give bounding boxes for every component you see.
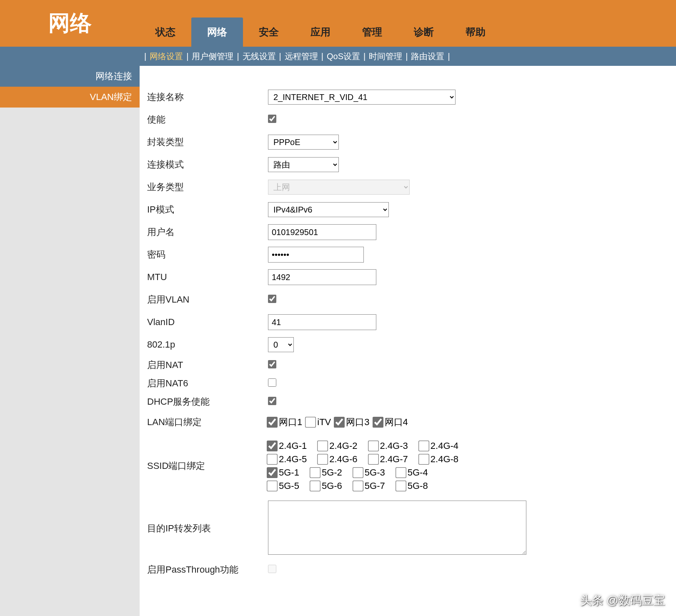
ssid-1-1[interactable]: 2.4G-6 <box>318 454 357 465</box>
lan-bind-checkbox-1[interactable] <box>305 417 316 428</box>
sub-nav-1[interactable]: 用户侧管理 <box>191 51 234 62</box>
select-encap[interactable]: PPPoE <box>268 135 339 150</box>
checkbox-enable[interactable] <box>268 115 276 123</box>
lan-bind-2[interactable]: 网口3 <box>335 416 369 428</box>
logo: 网络 <box>0 0 140 47</box>
select-ip-mode[interactable]: IPv4&IPv6 <box>268 202 389 217</box>
ssid-3-1[interactable]: 5G-6 <box>311 481 342 491</box>
checkbox-dhcp[interactable] <box>268 397 276 405</box>
checkbox-nat6[interactable] <box>268 378 276 387</box>
input-vlan-id[interactable] <box>268 314 376 330</box>
ssid-2-1[interactable]: 5G-2 <box>311 467 342 478</box>
top-tab-3[interactable]: 应用 <box>295 18 346 47</box>
ssid-2-3[interactable]: 5G-4 <box>397 467 428 478</box>
lan-bind-0[interactable]: 网口1 <box>268 416 302 428</box>
ssid-checkbox-2-0[interactable] <box>267 467 278 478</box>
label-dest-ip: 目的IP转发列表 <box>147 522 268 535</box>
sub-nav-5[interactable]: 时间管理 <box>368 51 403 62</box>
ssid-checkbox-0-3[interactable] <box>418 441 429 451</box>
sidebar: 网络连接VLAN绑定 <box>0 66 140 616</box>
label-vlan-id: VlanID <box>147 317 268 328</box>
ssid-row-0: 2.4G-12.4G-22.4G-32.4G-4 <box>268 441 668 451</box>
ssid-0-1[interactable]: 2.4G-2 <box>318 441 357 451</box>
ssid-checkbox-1-3[interactable] <box>418 454 429 465</box>
select-conn-mode[interactable]: 路由 <box>268 157 339 172</box>
ssid-0-2[interactable]: 2.4G-3 <box>369 441 408 451</box>
lan-bind-label-2: 网口3 <box>346 416 369 428</box>
select-conn-name[interactable]: 2_INTERNET_R_VID_41 <box>268 90 456 105</box>
ssid-label-2-2: 5G-3 <box>365 467 385 478</box>
sub-nav-0[interactable]: 网络设置 <box>149 51 184 62</box>
ssid-checkbox-0-1[interactable] <box>317 441 328 451</box>
ssid-0-3[interactable]: 2.4G-4 <box>420 441 458 451</box>
label-encap: 封装类型 <box>147 136 268 148</box>
sub-nav-4[interactable]: QoS设置 <box>326 51 361 62</box>
ssid-label-0-1: 2.4G-2 <box>329 441 357 451</box>
ssid-label-1-1: 2.4G-6 <box>329 454 357 465</box>
top-tab-6[interactable]: 帮助 <box>450 18 501 47</box>
label-mtu: MTU <box>147 272 268 283</box>
label-lan-bind: LAN端口绑定 <box>147 416 268 428</box>
label-8021p: 802.1p <box>147 339 268 350</box>
top-tab-2[interactable]: 安全 <box>243 18 295 47</box>
lan-bind-checkbox-2[interactable] <box>334 417 345 428</box>
ssid-checkbox-2-3[interactable] <box>396 467 406 478</box>
ssid-checkbox-1-1[interactable] <box>317 454 328 465</box>
lan-bind-checkbox-0[interactable] <box>267 417 278 428</box>
select-8021p[interactable]: 0 <box>268 337 294 352</box>
input-username[interactable] <box>268 224 376 240</box>
textarea-dest-ip[interactable] <box>268 501 526 555</box>
ssid-checkbox-1-0[interactable] <box>267 454 278 465</box>
ssid-checkbox-1-2[interactable] <box>368 454 379 465</box>
ssid-label-3-0: 5G-5 <box>279 481 299 491</box>
sub-nav-6[interactable]: 路由设置 <box>410 51 445 62</box>
lan-bind-checkbox-3[interactable] <box>373 417 383 428</box>
ssid-checkbox-3-1[interactable] <box>310 481 320 491</box>
checkbox-vlan-enable[interactable] <box>268 295 276 303</box>
ssid-3-0[interactable]: 5G-5 <box>268 481 299 491</box>
sub-nav: |网络设置|用户侧管理|无线设置|远程管理|QoS设置|时间管理|路由设置| <box>0 47 676 66</box>
ssid-2-0[interactable]: 5G-1 <box>268 467 299 478</box>
ssid-3-2[interactable]: 5G-7 <box>354 481 385 491</box>
sidebar-item-0[interactable]: 网络连接 <box>0 66 140 87</box>
checkbox-nat[interactable] <box>268 360 276 368</box>
ssid-row-3: 5G-55G-65G-75G-8 <box>268 481 668 491</box>
ssid-checkbox-0-2[interactable] <box>368 441 379 451</box>
label-nat: 启用NAT <box>147 359 268 371</box>
label-password: 密码 <box>147 248 268 261</box>
top-tab-1[interactable]: 网络 <box>191 18 243 47</box>
label-vlan-enable: 启用VLAN <box>147 293 268 306</box>
lan-bind-group: 网口1iTV网口3网口4 <box>268 416 668 428</box>
lan-bind-3[interactable]: 网口4 <box>374 416 408 428</box>
ssid-3-3[interactable]: 5G-8 <box>397 481 428 491</box>
header-bar: 网络 状态网络安全应用管理诊断帮助 <box>0 0 676 47</box>
input-password[interactable] <box>268 247 364 263</box>
ssid-checkbox-3-0[interactable] <box>267 481 278 491</box>
top-tab-0[interactable]: 状态 <box>140 18 191 47</box>
ssid-2-2[interactable]: 5G-3 <box>354 467 385 478</box>
ssid-row-2: 5G-15G-25G-35G-4 <box>268 467 668 478</box>
top-tab-4[interactable]: 管理 <box>346 18 398 47</box>
ssid-label-3-1: 5G-6 <box>322 481 342 491</box>
sub-nav-2[interactable]: 无线设置 <box>242 51 277 62</box>
lan-bind-label-3: 网口4 <box>385 416 408 428</box>
label-dhcp: DHCP服务使能 <box>147 396 268 408</box>
ssid-checkbox-2-2[interactable] <box>353 467 363 478</box>
sub-nav-3[interactable]: 远程管理 <box>284 51 319 62</box>
ssid-checkbox-3-2[interactable] <box>353 481 363 491</box>
top-tab-5[interactable]: 诊断 <box>398 18 450 47</box>
label-conn-name: 连接名称 <box>147 91 268 103</box>
ssid-label-1-0: 2.4G-5 <box>279 454 307 465</box>
ssid-checkbox-3-3[interactable] <box>396 481 406 491</box>
sidebar-item-1[interactable]: VLAN绑定 <box>0 87 140 108</box>
lan-bind-1[interactable]: iTV <box>306 417 331 428</box>
input-mtu[interactable] <box>268 269 376 285</box>
ssid-checkbox-0-0[interactable] <box>267 441 278 451</box>
ssid-0-0[interactable]: 2.4G-1 <box>268 441 307 451</box>
ssid-1-3[interactable]: 2.4G-8 <box>420 454 458 465</box>
ssid-1-2[interactable]: 2.4G-7 <box>369 454 408 465</box>
ssid-label-3-2: 5G-7 <box>365 481 385 491</box>
ssid-label-0-2: 2.4G-3 <box>380 441 408 451</box>
ssid-1-0[interactable]: 2.4G-5 <box>268 454 307 465</box>
ssid-checkbox-2-1[interactable] <box>310 467 320 478</box>
